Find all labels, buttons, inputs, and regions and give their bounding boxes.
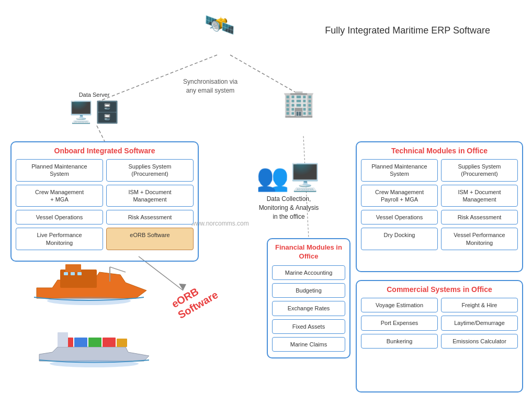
onboard-module-vessel-ops: Vessel Operations — [16, 210, 103, 225]
commercial-module-port: Port Expenses — [361, 316, 438, 330]
people-container: 👥🖥️ Data Collection,Monitoring & Analysi… — [256, 162, 321, 221]
commercial-title: Commercial Systems in Office — [361, 285, 518, 294]
svg-line-12 — [110, 267, 126, 272]
svg-rect-17 — [103, 338, 116, 347]
onboard-module-supplies: Supplies System(Procurement) — [106, 159, 194, 182]
svg-point-20 — [50, 360, 139, 367]
technical-title: Technical Modules in Office — [361, 147, 518, 155]
onboard-module-ism: ISM + DocumentManagement — [106, 185, 194, 207]
technical-module-ism: ISM + DocumentManagement — [441, 185, 518, 207]
svg-rect-9 — [71, 272, 75, 275]
data-server-container: Data Server 🖥️🗄️ — [68, 92, 120, 125]
svg-rect-8 — [64, 272, 68, 275]
onboard-module-risk: Risk Assessment — [106, 210, 194, 225]
server-icon: 🖥️🗄️ — [68, 100, 120, 125]
commercial-systems-box: Commercial Systems in Office Voyage Esti… — [356, 280, 523, 392]
main-title: Fully Integrated Maritime ERP Software — [325, 25, 490, 36]
technical-module-risk: Risk Assessment — [441, 210, 518, 225]
technical-module-vessel-ops: Vessel Operations — [361, 210, 438, 225]
commercial-module-laytime: Laytime/Demurrage — [441, 316, 518, 330]
financial-modules-grid: Marine Accounting Budgeting Exchange Rat… — [272, 265, 345, 352]
onboard-title: Onboard Integrated Software — [16, 147, 194, 155]
onboard-module-crew: Crew Management+ MGA — [16, 185, 103, 207]
satellite-icon: 🛰️ — [204, 10, 235, 40]
svg-line-2 — [97, 126, 105, 141]
svg-rect-16 — [88, 338, 101, 347]
svg-rect-6 — [60, 270, 97, 288]
svg-rect-14 — [60, 338, 73, 347]
svg-rect-15 — [74, 338, 87, 347]
technical-module-planned-maintenance: Planned MaintenanceSystem — [361, 159, 438, 182]
office-building-container: 🏢 — [282, 88, 315, 118]
commercial-module-bunkering: Bunkering — [361, 334, 438, 349]
onboard-module-performance: Live PerformanceMonitoring — [16, 228, 103, 250]
onboard-integrated-software-box: Onboard Integrated Software Planned Main… — [10, 141, 199, 262]
financial-module-marine-claims: Marine Claims — [272, 337, 345, 352]
technical-module-supplies: Supplies System(Procurement) — [441, 159, 518, 182]
technical-modules-grid: Planned MaintenanceSystem Supplies Syste… — [361, 159, 518, 250]
financial-module-fixed-assets: Fixed Assets — [272, 319, 345, 334]
technical-module-crew: Crew ManagementPayroll + MGA — [361, 185, 438, 207]
onboard-modules-grid: Planned MaintenanceSystem Supplies Syste… — [16, 159, 194, 250]
commercial-modules-grid: Voyage Estimation Freight & Hire Port Ex… — [361, 298, 518, 349]
office-icon: 🏢 — [282, 88, 315, 118]
financial-title: Financial Modules in Office — [272, 243, 345, 261]
svg-marker-5 — [179, 284, 186, 290]
financial-modules-box: Financial Modules in Office Marine Accou… — [267, 238, 350, 358]
commercial-module-freight: Freight & Hire — [441, 298, 518, 312]
svg-rect-10 — [77, 272, 82, 275]
technical-modules-box: Technical Modules in Office Planned Main… — [356, 141, 523, 272]
svg-rect-18 — [117, 339, 127, 347]
watermark: www.norcomms.com — [191, 220, 249, 227]
financial-module-marine-accounting: Marine Accounting — [272, 265, 345, 280]
technical-module-dry-docking: Dry Docking — [361, 228, 438, 250]
svg-rect-7 — [65, 264, 81, 272]
commercial-module-voyage: Voyage Estimation — [361, 298, 438, 312]
onboard-module-eorb[interactable]: eORB Software — [106, 228, 194, 250]
people-icon: 👥🖥️ — [256, 162, 321, 193]
technical-module-vessel-performance: Vessel PerformanceMonitoring — [441, 228, 518, 250]
svg-point-13 — [47, 297, 131, 305]
eorb-software-label: eORBSoftware — [169, 277, 220, 321]
financial-module-budgeting: Budgeting — [272, 283, 345, 298]
financial-module-exchange: Exchange Rates — [272, 301, 345, 316]
onboard-module-planned-maintenance: Planned MaintenanceSystem — [16, 159, 103, 182]
sync-label: Synchronisation viaany email system — [183, 77, 237, 95]
people-label: Data Collection,Monitoring & Analysisin … — [256, 195, 321, 221]
svg-rect-19 — [58, 332, 68, 347]
data-server-label: Data Server — [68, 92, 120, 98]
commercial-module-emissions: Emissions Calculator — [441, 334, 518, 349]
